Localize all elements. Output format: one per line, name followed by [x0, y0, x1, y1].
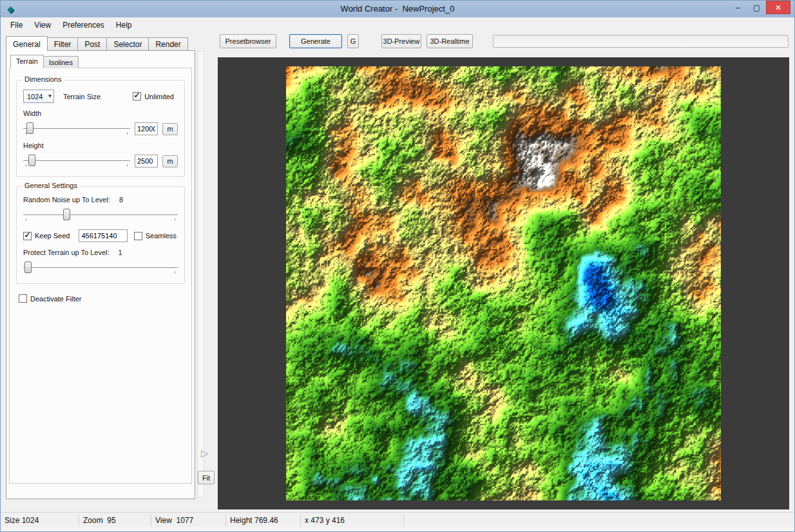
minimize-button[interactable]: – [729, 1, 747, 14]
slider-track [23, 128, 130, 129]
unlimited-checkbox-box: ✓ [133, 92, 141, 100]
maximize-button[interactable]: ▢ [747, 1, 766, 14]
tab-post[interactable]: Post [77, 37, 107, 51]
statusbar: Size 1024 Zoom 95 View 1077 Height 769.4… [1, 512, 794, 527]
width-unit-button[interactable]: m [162, 123, 178, 135]
status-coords: x 473 y 416 [301, 515, 404, 526]
terrain-size-select[interactable]: 1024 ▾ [23, 90, 54, 103]
splitter-handle[interactable] [197, 51, 204, 498]
terrain-canvas[interactable] [286, 66, 721, 500]
splitter-gutter: ▷ Fit [195, 51, 218, 512]
random-noise-value: 8 [119, 196, 123, 204]
tab-isolines[interactable]: Isolines [43, 56, 79, 68]
titlebar: ◆ World Creator - NewProject_0 – ▢ ✕ [1, 1, 794, 17]
terrain-size-label: Terrain Size [63, 93, 101, 100]
seamless-checkbox[interactable]: ✓ Seamless [134, 232, 177, 240]
protect-terrain-slider[interactable] [23, 260, 178, 276]
g-button[interactable]: G [347, 34, 359, 48]
tab-selector[interactable]: Selector [106, 37, 149, 51]
menubar: File View Preferences Help [1, 17, 794, 33]
deactivate-filter-checkbox-box: ✓ [19, 294, 27, 303]
width-slider-thumb[interactable] [26, 122, 34, 134]
seed-input[interactable] [79, 229, 128, 242]
random-noise-slider[interactable] [23, 207, 178, 223]
status-view: View 1077 [151, 515, 226, 526]
chevron-down-icon: ▾ [48, 92, 52, 99]
slider-track [23, 214, 178, 215]
terrain-size-value: 1024 [27, 93, 43, 100]
menu-view[interactable]: View [28, 19, 57, 32]
3d-realtime-button[interactable]: 3D-Realtime [426, 34, 473, 48]
height-unit-button[interactable]: m [162, 155, 178, 167]
general-settings-group: General Settings Random Noise up To Leve… [16, 186, 185, 284]
generate-button[interactable]: Generate [289, 34, 342, 48]
random-noise-slider-thumb[interactable] [63, 209, 70, 220]
ribbon: General Filter Post Selector Render Pres… [1, 33, 794, 51]
slider-track [23, 267, 178, 268]
check-icon: ✓ [134, 92, 140, 99]
protect-terrain-value: 1 [119, 249, 122, 256]
fit-button[interactable]: Fit [198, 471, 215, 484]
deactivate-filter-label: Deactivate Filter [30, 295, 81, 303]
main-tabstrip: General Filter Post Selector Render [1, 36, 195, 51]
3d-preview-button[interactable]: 3D-Preview [381, 34, 421, 48]
tab-terrain[interactable]: Terrain [10, 55, 44, 68]
menu-preferences[interactable]: Preferences [57, 19, 110, 32]
keep-seed-checkbox-box: ✓ [23, 232, 32, 240]
close-button[interactable]: ✕ [766, 1, 790, 14]
keep-seed-checkbox[interactable]: ✓ Keep Seed [23, 232, 70, 240]
slider-track [23, 160, 130, 161]
menu-help[interactable]: Help [110, 19, 138, 32]
keep-seed-label: Keep Seed [35, 232, 70, 240]
random-noise-label: Random Noise up To Level: [23, 196, 110, 204]
status-height: Height 769.46 [226, 515, 301, 526]
app-window: ◆ World Creator - NewProject_0 – ▢ ✕ Fil… [0, 0, 795, 532]
toolbar: Presetbrowser Generate G 3D-Preview 3D-R… [195, 33, 794, 51]
sub-tabstrip: Terrain Isolines [9, 55, 192, 68]
status-size: Size 1024 [1, 515, 79, 526]
deactivate-filter-checkbox[interactable]: ✓ Deactivate Filter [19, 294, 81, 303]
protect-terrain-label: Protect Terrain up To Level: [23, 249, 110, 256]
tab-render[interactable]: Render [148, 37, 187, 51]
settings-panel: Terrain Isolines Dimensions 1024 ▾ Terra… [1, 51, 195, 512]
general-tab-page: Terrain Isolines Dimensions 1024 ▾ Terra… [6, 50, 195, 499]
unlimited-checkbox[interactable]: ✓ Unlimited [133, 92, 174, 100]
dimensions-group: Dimensions 1024 ▾ Terrain Size ✓ Unlimit… [16, 80, 185, 177]
menu-file[interactable]: File [5, 19, 28, 32]
general-settings-legend: General Settings [22, 182, 80, 189]
collapse-panel-arrow-icon[interactable]: ▷ [201, 448, 209, 459]
width-slider[interactable] [23, 121, 130, 137]
tab-general[interactable]: General [6, 36, 48, 51]
dimensions-legend: Dimensions [22, 75, 64, 83]
presetbrowser-button[interactable]: Presetbrowser [220, 34, 276, 48]
window-title: World Creator - NewProject_0 [1, 4, 794, 14]
height-slider-thumb[interactable] [28, 155, 35, 166]
content-area: Terrain Isolines Dimensions 1024 ▾ Terra… [1, 51, 794, 512]
tab-filter[interactable]: Filter [47, 37, 79, 51]
height-slider[interactable] [23, 153, 130, 169]
window-bottom-edge [1, 527, 794, 531]
check-icon: ✓ [24, 232, 30, 239]
seamless-label: Seamless [146, 232, 177, 240]
seamless-checkbox-box: ✓ [134, 232, 142, 240]
viewport [218, 57, 789, 509]
window-controls: – ▢ ✕ [729, 1, 790, 15]
status-zoom: Zoom 95 [79, 515, 151, 526]
height-label: Height [23, 142, 178, 149]
progress-bar [493, 35, 789, 48]
terrain-tab-page: Dimensions 1024 ▾ Terrain Size ✓ Unlimit… [9, 68, 192, 484]
protect-terrain-slider-thumb[interactable] [24, 261, 32, 273]
width-label: Width [23, 109, 178, 117]
unlimited-label: Unlimited [144, 93, 174, 100]
height-input[interactable] [135, 155, 158, 167]
width-input[interactable] [135, 122, 158, 135]
